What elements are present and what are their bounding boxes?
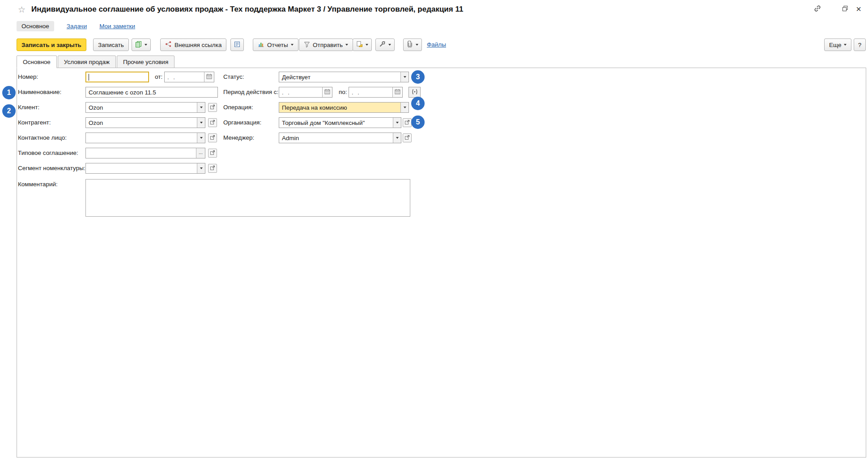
get-link-button[interactable] [812,3,823,15]
caret-down-icon [200,107,203,108]
manager-open-button[interactable] [403,133,412,142]
send-dropdown-button[interactable]: Отправить [299,38,353,51]
restore-window-icon [842,5,848,13]
caret-down-icon [388,44,391,46]
comment-textarea[interactable] [85,179,410,217]
caret-down-icon [200,122,203,124]
reports-label: Отчеты [267,42,288,48]
save-button[interactable]: Записать [93,38,129,51]
caret-down-icon [404,76,406,78]
caret-down-icon [145,44,147,46]
calendar-button[interactable] [392,87,402,97]
field-label-organizaciya: Организация: [223,117,261,128]
kontaktnoe-lico-dropdown-button[interactable] [197,133,205,143]
tipovoe-soglashenie-input[interactable]: ... [85,148,205,158]
open-icon [210,135,215,141]
organization-dropdown-button[interactable] [393,118,401,128]
external-link-icon [165,41,172,49]
callout-badge-2: 2 [2,104,16,118]
kontragent-dropdown-button[interactable] [197,118,205,128]
callout-badge-1: 1 [2,86,16,99]
close-icon: × [856,4,861,13]
link-chain-icon [813,4,821,14]
copy-dropdown-button[interactable] [132,38,151,51]
doc-date-input[interactable]: . . [164,72,214,82]
callout-badge-4: 4 [411,97,425,110]
segment-dropdown-button[interactable] [197,163,205,173]
tab-prochie-usloviya[interactable]: Прочие условия [117,56,174,68]
attachments-dropdown-button[interactable] [403,38,422,51]
external-link-button[interactable]: Внешняя ссылка [160,38,226,51]
organization-open-button[interactable] [403,118,412,127]
close-window-button[interactable]: × [853,3,864,15]
tools-dropdown-button[interactable] [375,38,395,51]
open-icon [210,150,215,157]
tipovoe-open-button[interactable] [208,149,217,158]
kontragent-combo[interactable]: Ozon [85,117,205,128]
calendar-icon [206,73,212,81]
restore-window-button[interactable] [839,3,851,15]
status-dropdown-button[interactable] [400,72,408,82]
klient-dropdown-button[interactable] [197,103,205,112]
field-label-ot: от: [155,72,162,82]
field-label-kommentarij: Комментарий: [18,179,58,190]
nav-panel: Основное Задачи Мои заметки [17,20,135,32]
kontaktnoe-lico-combo[interactable] [85,133,205,143]
segment-combo[interactable] [85,163,205,174]
caret-down-icon [396,137,399,139]
segment-open-button[interactable] [208,164,217,173]
save-label: Записать [98,42,124,48]
period-from-input[interactable]: . . [279,87,332,98]
help-button[interactable]: ? [854,38,866,51]
nav-item-zadachi[interactable]: Задачи [67,23,87,30]
choose-period-button[interactable] [408,87,421,98]
favorite-star-icon[interactable]: ☆ [18,4,26,15]
klient-open-button[interactable] [208,103,217,112]
klient-combo[interactable]: Ozon [85,102,205,113]
caret-down-icon [404,107,406,108]
operation-dropdown-button[interactable] [400,103,408,112]
files-link[interactable]: Файлы [427,41,446,48]
caret-down-icon [396,122,399,124]
send-label: Отправить [313,42,343,48]
reports-dropdown-button[interactable]: Отчеты [253,38,298,51]
status-combo[interactable]: Действует [279,72,409,82]
tipovoe-select-button[interactable]: ... [196,148,205,158]
kontaktnoe-lico-open-button[interactable] [208,133,217,142]
choose-period-icon [411,89,418,96]
funnel-icon [304,41,310,49]
organization-combo[interactable]: Торговый дом "Комплексный" [279,117,401,128]
tab-strip: Основное Условия продаж Прочие условия [17,56,175,68]
toolbar: Записать и закрыть Записать [17,38,866,52]
naimenovanie-input[interactable]: Соглашение с ozon 11.5 [85,87,218,98]
open-icon [210,104,215,111]
calendar-button[interactable] [204,72,214,82]
tab-usloviya-prodazh[interactable]: Условия продаж [58,56,116,68]
field-label-nomer: Номер: [18,72,38,82]
operation-combo[interactable]: Передача на комиссию [279,102,409,113]
open-icon [210,165,215,172]
manager-dropdown-button[interactable] [393,133,401,143]
create-based-on-dropdown-button[interactable] [353,38,372,51]
nav-item-osnovnoe[interactable]: Основное [17,21,54,31]
period-to-input[interactable]: . . [349,87,403,98]
more-button[interactable]: Еще [824,38,851,51]
caret-down-icon [844,44,847,46]
nomer-input[interactable] [85,72,149,82]
kontragent-open-button[interactable] [208,118,217,127]
field-label-po: по: [339,87,347,98]
report-list-icon [234,41,240,49]
caret-down-icon [200,167,203,169]
field-label-period: Период действия с: [223,87,278,98]
field-label-kontaktnoe-lico: Контактное лицо: [18,133,67,143]
calendar-button[interactable] [322,87,332,97]
nav-item-moi-zametki[interactable]: Мои заметки [99,23,135,30]
save-and-close-label: Записать и закрыть [21,42,81,48]
window-menu-kebab-button[interactable] [826,3,838,15]
tab-osnovnoe[interactable]: Основное [17,56,57,68]
manager-combo[interactable]: Admin [279,133,401,143]
caret-down-icon [416,44,418,46]
report-list-button[interactable] [230,38,244,51]
save-and-close-button[interactable]: Записать и закрыть [17,38,86,51]
help-label: ? [858,42,862,48]
